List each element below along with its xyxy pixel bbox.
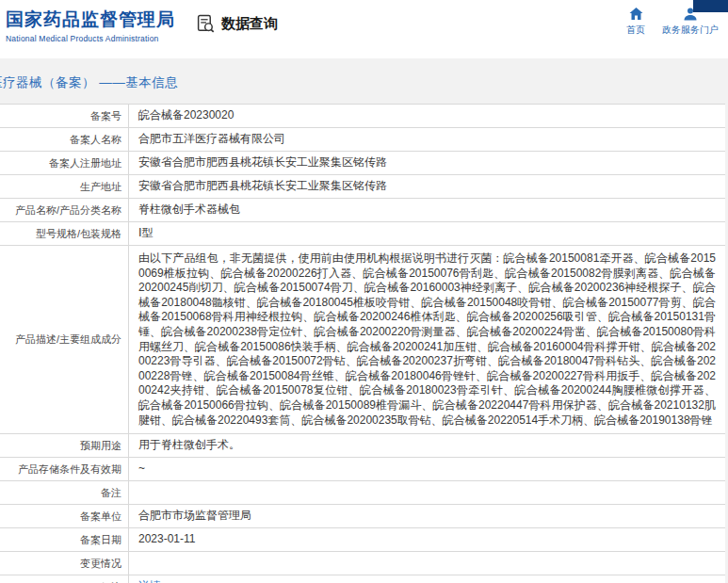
row-label: 预期用途 xyxy=(0,434,129,457)
row-label-text: 注 xyxy=(111,580,121,583)
row-value: 安徽省合肥市肥西县桃花镇长安工业聚集区铭传路 xyxy=(129,175,725,198)
table-row-record-number: 备案号 皖合械备20230020 xyxy=(0,105,725,128)
table-row-note: 注 详情 xyxy=(0,575,725,583)
row-value: 合肥市五洋医疗器械有限公司 xyxy=(129,128,725,151)
data-query-section: 数据查询 xyxy=(196,14,278,34)
table-row-registrant-address: 备案人注册地址 安徽省合肥市肥西县桃花镇长安工业聚集区铭传路 xyxy=(0,152,725,175)
row-label: 生产地址 xyxy=(0,175,129,198)
section-title: 数据查询 xyxy=(221,15,278,33)
row-value: 皖合械备20230020 xyxy=(129,105,725,127)
row-value xyxy=(129,481,725,504)
nav-home-label: 首页 xyxy=(626,24,645,37)
row-value: ~ xyxy=(129,458,725,480)
table-row-model-spec: 型号规格/包装规格 Ⅰ型 xyxy=(0,222,725,246)
row-label: 备案人名称 xyxy=(0,128,129,151)
table-row-filing-authority: 备案单位 合肥市市场监督管理局 xyxy=(0,505,725,528)
table-row-product-description: 产品描述/主要组成成分 由以下产品组包，非无菌提供，使用前由使用机构根据说明书进… xyxy=(0,246,725,434)
detail-link[interactable]: 详情 xyxy=(129,575,725,583)
row-label: 备案号 xyxy=(0,105,129,127)
table-row-product-name: 产品名称/产品分类名称 脊柱微创手术器械包 xyxy=(0,199,725,222)
nmpa-logo[interactable]: 国家药品监督管理局 National Medical Products Admi… xyxy=(6,8,175,43)
corner-banner xyxy=(693,0,728,12)
data-query-icon xyxy=(196,14,216,34)
row-value: 安徽省合肥市肥西县桃花镇长安工业聚集区铭传路 xyxy=(129,152,725,174)
row-label: 注 xyxy=(0,575,129,583)
row-value: 脊柱微创手术器械包 xyxy=(129,199,725,221)
logo-title: 国家药品监督管理局 xyxy=(6,8,175,31)
row-label: 产品存储条件及有效期 xyxy=(0,458,129,480)
table-row-filing-date: 备案日期 2023-01-11 xyxy=(0,528,725,552)
registration-info-table: 备案号 皖合械备20230020 备案人名称 合肥市五洋医疗器械有限公司 备案人… xyxy=(0,104,725,583)
row-value: 由以下产品组包，非无菌提供，使用前由使用机构根据说明书进行灭菌：皖合械备2015… xyxy=(129,246,725,433)
logo-subtitle: National Medical Products Administration xyxy=(6,34,175,43)
row-label: 备注 xyxy=(0,481,129,504)
row-value: Ⅰ型 xyxy=(129,222,725,245)
table-row-change-history: 变更情况 xyxy=(0,552,725,575)
row-label: 变更情况 xyxy=(0,552,129,575)
page-title: 医疗器械（备案） ——基本信息 xyxy=(0,74,728,91)
row-value: 2023-01-11 xyxy=(129,528,725,551)
nav-home[interactable]: 首页 xyxy=(626,7,645,37)
row-label: 产品描述/主要组成成分 xyxy=(0,246,129,433)
table-row-registrant-name: 备案人名称 合肥市五洋医疗器械有限公司 xyxy=(0,128,725,152)
row-value: 合肥市市场监督管理局 xyxy=(129,505,725,527)
row-label: 备案日期 xyxy=(0,528,129,551)
nav-portal-label: 政务服务门户 xyxy=(662,24,719,37)
row-value xyxy=(129,552,725,575)
table-row-storage-validity: 产品存储条件及有效期 ~ xyxy=(0,458,725,481)
main-content: 医疗器械（备案） ——基本信息 备案号 皖合械备20230020 备案人名称 合… xyxy=(0,58,728,583)
row-label: 备案单位 xyxy=(0,505,129,527)
table-row-production-address: 生产地址 安徽省合肥市肥西县桃花镇长安工业聚集区铭传路 xyxy=(0,175,725,199)
row-label: 产品名称/产品分类名称 xyxy=(0,199,129,221)
table-row-intended-use: 预期用途 用于脊柱微创手术。 xyxy=(0,434,725,458)
table-row-remarks: 备注 xyxy=(0,481,725,505)
home-icon xyxy=(628,7,644,22)
row-value: 用于脊柱微创手术。 xyxy=(129,434,725,457)
site-header: 国家药品监督管理局 National Medical Products Admi… xyxy=(0,0,728,58)
row-label: 型号规格/包装规格 xyxy=(0,222,129,245)
row-label: 备案人注册地址 xyxy=(0,152,129,174)
